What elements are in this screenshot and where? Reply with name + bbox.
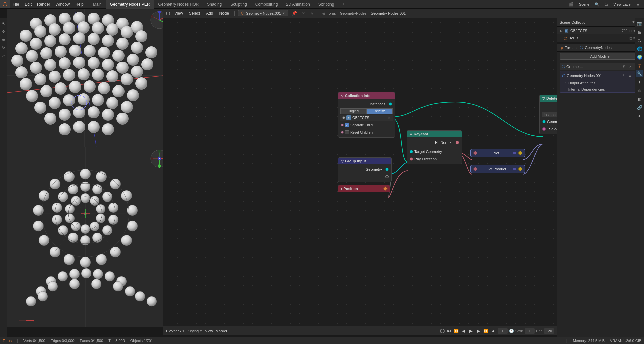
group-input-geometry-socket[interactable] — [385, 168, 389, 171]
node-pin-btn[interactable]: 📌 — [290, 11, 298, 16]
hit-normal-socket[interactable] — [456, 141, 459, 144]
tab-2d-animation[interactable]: 2D Animation — [282, 0, 314, 9]
not-input-socket[interactable] — [473, 151, 478, 155]
relative-btn[interactable]: Relative — [366, 108, 393, 114]
tab-shading[interactable]: Shading — [203, 0, 226, 9]
view-layer-name[interactable]: View Layer — [611, 2, 634, 7]
modifier-gn001-copy-icon[interactable]: ⎘ — [621, 73, 626, 78]
node-raycast[interactable]: ▽ Raycast Hit Normal Target Geometry — [407, 130, 462, 164]
node-position[interactable]: › Position — [338, 185, 390, 192]
target-geometry-socket[interactable] — [410, 150, 413, 153]
prop-view-layer-icon[interactable]: 🗂 — [636, 37, 643, 44]
delete-geo-selection-socket[interactable] — [542, 127, 546, 131]
bc-geometry-nodes[interactable]: GeometryNodes — [340, 11, 367, 15]
scale-tool-icon[interactable]: ⤢ — [0, 52, 8, 60]
viewport-bottom[interactable]: X Y Z — [7, 147, 171, 327]
view-menu[interactable]: View — [172, 10, 185, 16]
prop-scene-icon[interactable]: 🌐 — [636, 45, 643, 52]
modifier-gn001-header[interactable]: ⬡ Geometry Nodes.001 ⎘ ∧ ✕ — [560, 72, 641, 79]
end-frame[interactable]: 120 — [544, 328, 554, 334]
select-tool-icon[interactable]: ↖ — [0, 19, 8, 27]
scene-name[interactable]: Scene — [577, 2, 591, 7]
torus-collection-item[interactable]: ◎ Torus ◻ 👁 📷 — [557, 34, 644, 42]
modifier-geom-copy-icon[interactable]: ⎘ — [621, 64, 627, 69]
delete-geo-geometry-socket[interactable] — [542, 120, 546, 123]
bc-gn-001[interactable]: Geometry Nodes.001 — [371, 11, 406, 15]
menu-help[interactable]: Help — [72, 0, 86, 8]
prop-render-icon[interactable]: 📷 — [636, 20, 643, 27]
menu-window[interactable]: Window — [53, 0, 72, 8]
record-btn[interactable] — [440, 329, 445, 333]
ray-direction-socket[interactable] — [410, 157, 413, 161]
dot-product-input-socket[interactable] — [473, 167, 478, 171]
move-tool-icon[interactable]: ⊕ — [0, 36, 8, 44]
menu-render[interactable]: Render — [34, 0, 53, 8]
tab-compositing[interactable]: Compositing — [251, 0, 282, 9]
tab-main[interactable]: Main — [89, 0, 106, 9]
node-close-btn[interactable]: ✕ — [300, 11, 307, 16]
node-editor-icon[interactable]: ⬡ — [166, 11, 170, 16]
node-not[interactable]: Not — [470, 149, 525, 157]
node-star-btn[interactable]: ☆ — [309, 11, 315, 16]
prop-object-data-icon[interactable]: ◐ — [636, 95, 643, 103]
objects-collection-item[interactable]: ▶ ▣ OBJECTS 700 ◻ 👁 📷 — [557, 27, 644, 34]
scene-icon[interactable]: 🎬 — [567, 2, 576, 7]
next-keyframe-btn[interactable]: ⏩ — [483, 328, 489, 334]
instances-socket[interactable] — [389, 102, 392, 106]
current-frame[interactable]: 1 — [498, 328, 508, 334]
prop-object-icon[interactable]: ◎ — [636, 62, 643, 69]
playback-menu[interactable]: Playback ▼ — [166, 329, 185, 333]
node-dot-product[interactable]: Dot Product — [470, 165, 525, 173]
menu-file[interactable]: File — [10, 0, 22, 8]
start-frame[interactable]: 1 — [525, 328, 535, 334]
prop-physics-icon[interactable]: ⚛ — [636, 87, 643, 94]
blender-icon[interactable]: ⬡ — [0, 0, 10, 8]
node-canvas[interactable]: ▽ Collection Info Instances Original Rel… — [163, 18, 557, 326]
tab-add[interactable]: + — [338, 0, 349, 9]
view-menu-timeline[interactable]: View — [205, 329, 213, 333]
viewport-top[interactable]: X Y Z — [7, 9, 171, 147]
prop-world-icon[interactable]: 🌍 — [636, 53, 643, 61]
modifier-geom-item[interactable]: ⬡ Geomet... ⎘ ∧ ✕ — [560, 63, 641, 70]
prev-frame-btn[interactable]: ◀ — [461, 328, 467, 334]
tab-scripting[interactable]: Scripting — [314, 0, 339, 9]
prop-material-icon[interactable]: ● — [636, 112, 643, 119]
objects-selector[interactable]: ■ OBJECTS ✕ — [340, 115, 393, 121]
skip-end-btn[interactable]: ⏭ — [490, 328, 496, 334]
reset-children-checkbox[interactable] — [345, 130, 349, 134]
modifier-geom-up-icon[interactable]: ∧ — [628, 64, 633, 69]
menu-edit[interactable]: Edit — [22, 0, 34, 8]
tab-geometry-nodes-hor[interactable]: Geometry Nodes HOR — [154, 0, 203, 9]
prop-modifier-icon[interactable]: 🔧 — [636, 70, 643, 77]
add-menu[interactable]: Add — [204, 10, 215, 16]
tab-sculpting[interactable]: Sculpting — [226, 0, 251, 9]
tab-geometry-nodes-ver[interactable]: Geometry Nodes VER — [106, 0, 154, 9]
output-attributes-item[interactable]: › Output Attributes — [560, 80, 641, 86]
node-delete-geometry[interactable]: ▽ Delete Geometry Geometry Instance ▼ — [539, 95, 557, 134]
play-btn[interactable]: ▶ — [468, 328, 474, 334]
node-menu[interactable]: Node — [217, 10, 231, 16]
group-input-empty-socket[interactable] — [385, 175, 389, 178]
rotate-tool-icon[interactable]: ↻ — [0, 44, 8, 52]
next-frame-btn[interactable]: ▶ — [476, 328, 482, 334]
modifier-gn001-up-icon[interactable]: ∧ — [627, 73, 633, 78]
prop-output-icon[interactable]: 🖥 — [636, 28, 643, 36]
position-output-socket[interactable] — [383, 186, 388, 191]
objects-expand-icon[interactable]: ▶ — [560, 29, 562, 33]
cursor-tool-icon[interactable]: ✛ — [0, 27, 8, 36]
marker-menu[interactable]: Marker — [216, 329, 227, 333]
search-icon[interactable]: 🔍 — [593, 2, 601, 7]
torus-restrict-select[interactable]: ◻ — [629, 36, 632, 40]
bc-torus[interactable]: Torus — [327, 11, 336, 15]
prop-constraints-icon[interactable]: 🔗 — [636, 104, 643, 111]
modifier-selector[interactable]: ⬡ Geometry Nodes.001 ▼ — [238, 10, 288, 16]
node-group-input[interactable]: ▽ Group Input Geometry — [338, 157, 392, 182]
prev-keyframe-btn[interactable]: ⏪ — [453, 328, 459, 334]
skip-start-btn[interactable]: ⏮ — [446, 328, 452, 334]
node-collection-info[interactable]: ▽ Collection Info Instances Original Rel… — [338, 92, 395, 138]
not-output-socket[interactable] — [518, 151, 523, 155]
internal-dependencies-item[interactable]: › Internal Dependencies — [560, 86, 641, 92]
dot-product-output-socket[interactable] — [518, 167, 523, 171]
restrict-select-icon[interactable]: ◻ — [629, 29, 632, 33]
keying-menu[interactable]: Keying ▼ — [188, 329, 203, 333]
